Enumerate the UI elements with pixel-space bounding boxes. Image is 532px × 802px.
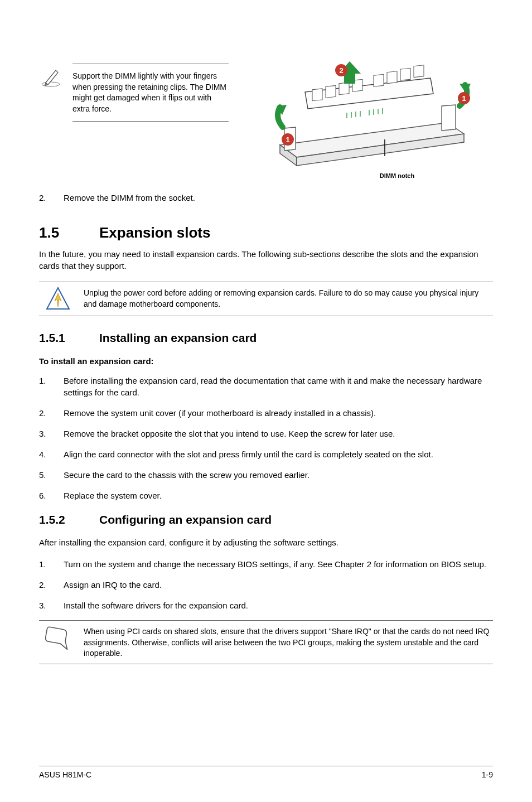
install-step-text: Remove the system unit cover (if your mo… xyxy=(64,407,493,419)
note-text: When using PCI cards on shared slots, en… xyxy=(84,625,493,659)
warning-icon xyxy=(39,287,84,311)
note-icon xyxy=(39,625,84,659)
svg-text:1: 1 xyxy=(286,136,289,144)
svg-rect-3 xyxy=(339,83,349,95)
configure-step-text: Install the software drivers for the exp… xyxy=(64,600,493,611)
warning-text: Unplug the power cord before adding or r… xyxy=(84,287,493,311)
install-step-text: Align the card connector with the slot a… xyxy=(64,448,493,460)
svg-text:2: 2 xyxy=(339,66,343,75)
heading-configuring-expansion-card: 1.5.2Configuring an expansion card xyxy=(39,511,493,528)
svg-rect-6 xyxy=(387,71,397,84)
footer-product: ASUS H81M-C xyxy=(39,770,91,781)
dimm-notch-label: DIMM notch xyxy=(273,172,521,180)
svg-rect-7 xyxy=(400,68,410,80)
svg-rect-8 xyxy=(414,65,424,78)
svg-rect-5 xyxy=(374,74,384,86)
configure-card-intro: After installing the expansion card, con… xyxy=(39,537,493,548)
install-card-steps: 1.Before installing the expansion card, … xyxy=(39,375,493,501)
install-step-text: Remove the bracket opposite the slot tha… xyxy=(64,428,493,439)
note-callout: When using PCI cards on shared slots, en… xyxy=(39,620,493,664)
install-step-text: Replace the system cover. xyxy=(64,490,493,501)
install-step-text: Before installing the expansion card, re… xyxy=(64,375,493,398)
expansion-slots-intro: In the future, you may need to install e… xyxy=(39,248,493,272)
step-remove-dimm: 2.Remove the DIMM from the socket. xyxy=(39,192,493,204)
warning-callout: Unplug the power cord before adding or r… xyxy=(39,282,493,316)
svg-rect-1 xyxy=(312,89,322,101)
heading-expansion-slots: 1.5Expansion slots xyxy=(39,223,493,243)
pencil-icon xyxy=(39,61,72,181)
svg-text:1: 1 xyxy=(462,94,466,103)
install-step-text: Secure the card to the chassis with the … xyxy=(64,469,493,481)
svg-rect-2 xyxy=(326,85,336,98)
dimm-support-note: Support the DIMM lightly with your finge… xyxy=(72,64,229,122)
install-card-lead: To install an expansion card: xyxy=(39,355,493,367)
configure-card-steps: 1.Turn on the system and change the nece… xyxy=(39,558,493,611)
footer-page-number: 1-9 xyxy=(482,770,493,781)
configure-step-text: Turn on the system and change the necess… xyxy=(64,558,493,570)
dimm-removal-diagram: 1 1 2 DIMM notch xyxy=(245,61,493,181)
heading-installing-expansion-card: 1.5.1Installing an expansion card xyxy=(39,330,493,346)
configure-step-text: Assign an IRQ to the card. xyxy=(64,579,493,591)
